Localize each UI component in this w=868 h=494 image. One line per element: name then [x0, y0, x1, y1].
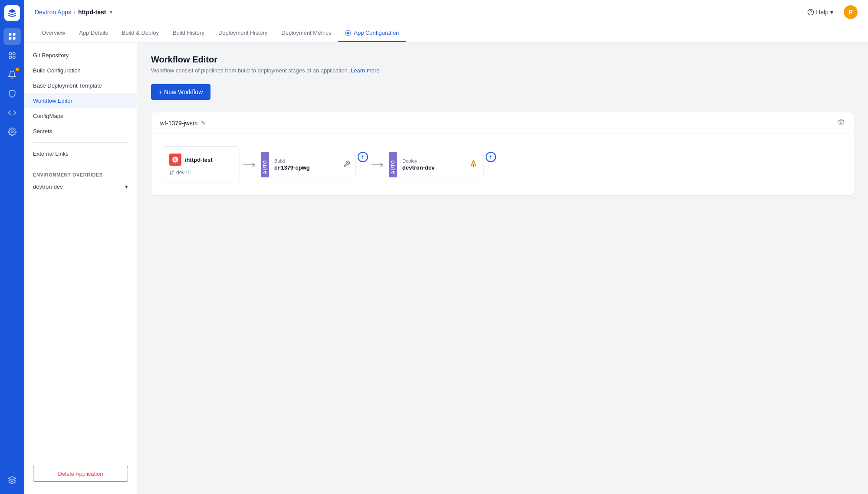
- sidebar-divider: [33, 142, 128, 143]
- help-icon: [807, 9, 814, 16]
- env-overrides-label: ENVIRONMENT OVERRIDES: [24, 169, 137, 179]
- main-content: Workflow Editor Workflow consist of pipe…: [137, 43, 868, 494]
- tab-deployment-metrics[interactable]: Deployment Metrics: [274, 24, 338, 42]
- nav-icon-security[interactable]: [3, 85, 21, 102]
- build-actions: [343, 160, 350, 169]
- svg-point-18: [473, 162, 474, 164]
- tab-overview[interactable]: Overview: [35, 24, 72, 42]
- gear-icon: [345, 30, 351, 36]
- branch-name: dev: [176, 170, 184, 176]
- app-logo[interactable]: [4, 5, 20, 21]
- svg-rect-2: [9, 37, 12, 40]
- nav-icon-settings[interactable]: [3, 123, 21, 141]
- page-subtitle: Workflow consist of pipelines from build…: [151, 67, 854, 74]
- source-to-build-arrow: [240, 161, 261, 168]
- content-area: Git Repository Build Configuration Base …: [24, 43, 868, 494]
- user-avatar[interactable]: P: [844, 5, 858, 19]
- svg-point-14: [173, 170, 174, 172]
- svg-rect-4: [9, 52, 11, 55]
- build-auto-label: AUTO: [261, 152, 269, 177]
- svg-rect-5: [13, 52, 15, 55]
- new-workflow-button[interactable]: + New Workflow: [151, 84, 210, 100]
- sidebar-item-base-deployment-template[interactable]: Base Deployment Template: [24, 78, 137, 93]
- build-add-button[interactable]: +: [358, 152, 368, 162]
- sidebar-item-workflow-editor[interactable]: Workflow Editor: [24, 93, 137, 108]
- tab-build-history[interactable]: Build History: [166, 24, 211, 42]
- build-node[interactable]: Build ci-1379-cpwg: [269, 152, 356, 177]
- page-title: Workflow Editor: [151, 55, 854, 65]
- breadcrumb-parent[interactable]: Devtron Apps: [35, 9, 71, 16]
- nav-icon-dashboard[interactable]: [3, 28, 21, 45]
- git-source-icon: [169, 154, 181, 166]
- svg-rect-0: [9, 33, 12, 36]
- source-header: /httpd-test: [169, 154, 233, 166]
- build-stage-container: AUTO Build ci-1379-cpwg: [261, 152, 368, 177]
- source-node[interactable]: /httpd-test dev ⓘ: [162, 146, 240, 183]
- sidebar-item-configmaps[interactable]: ConfigMaps: [24, 108, 137, 124]
- workflow-name-text: wf-1379-jwsm: [160, 120, 197, 127]
- sidebar-item-build-configuration[interactable]: Build Configuration: [24, 63, 137, 78]
- help-button[interactable]: Help ▾: [804, 6, 837, 18]
- tab-app-configuration[interactable]: App Configuration: [338, 24, 406, 42]
- breadcrumb-current-app: httpd-test: [78, 9, 106, 16]
- nav-icon-code[interactable]: [3, 104, 21, 121]
- svg-point-15: [170, 173, 171, 174]
- svg-rect-1: [13, 33, 16, 36]
- source-repo-name: /httpd-test: [185, 157, 213, 163]
- workflow-card: wf-1379-jwsm ✎ /h: [151, 112, 854, 196]
- learn-more-link[interactable]: Learn more: [351, 67, 379, 74]
- main-container: Devtron Apps / httpd-test ▾ Help ▾ P Ove…: [24, 0, 868, 494]
- deploy-stage-label: Deploy: [402, 158, 465, 164]
- help-chevron-icon: ▾: [830, 9, 833, 16]
- tab-build-deploy[interactable]: Build & Deploy: [115, 24, 166, 42]
- deploy-actions: [469, 159, 478, 170]
- breadcrumb: Devtron Apps / httpd-test ▾: [35, 9, 804, 16]
- build-info: Build ci-1379-cpwg: [274, 158, 340, 171]
- deploy-auto-label: AUTO: [389, 152, 397, 177]
- topbar: Devtron Apps / httpd-test ▾ Help ▾ P: [24, 0, 868, 24]
- sidebar: Git Repository Build Configuration Base …: [24, 43, 137, 494]
- tab-nav: Overview App Details Build & Deploy Buil…: [24, 24, 868, 43]
- sidebar-item-external-links[interactable]: External Links: [24, 146, 137, 161]
- nav-icon-notifications[interactable]: [3, 66, 21, 83]
- svg-point-8: [11, 131, 13, 133]
- svg-rect-7: [13, 56, 15, 59]
- pipeline-area: /httpd-test dev ⓘ AUTO: [151, 134, 854, 195]
- breadcrumb-separator: /: [74, 9, 76, 16]
- branch-icon: [169, 170, 174, 175]
- topbar-right: Help ▾ P: [804, 5, 858, 19]
- sidebar-env-devtron-dev[interactable]: devtron-dev ▾: [24, 179, 137, 194]
- workflow-delete-icon[interactable]: [837, 118, 845, 128]
- deploy-add-button[interactable]: +: [486, 152, 496, 162]
- nav-icon-apps[interactable]: [3, 47, 21, 64]
- build-pipeline-name: ci-1379-cpwg: [274, 164, 340, 171]
- deploy-stage-container: AUTO Deploy devtron-dev: [389, 152, 496, 177]
- svg-rect-6: [9, 56, 11, 59]
- icon-nav: [0, 0, 24, 494]
- source-branch: dev ⓘ: [169, 169, 233, 176]
- workflow-edit-icon[interactable]: ✎: [201, 120, 206, 126]
- svg-point-12: [347, 32, 349, 34]
- branch-info-icon[interactable]: ⓘ: [186, 169, 191, 176]
- tab-app-configuration-label: App Configuration: [354, 29, 399, 36]
- delete-application-button[interactable]: Delete Application: [33, 466, 128, 482]
- breadcrumb-chevron-icon[interactable]: ▾: [110, 9, 112, 15]
- sidebar-item-git-repository[interactable]: Git Repository: [24, 48, 137, 63]
- tab-app-details[interactable]: App Details: [72, 24, 115, 42]
- sidebar-item-secrets[interactable]: Secrets: [24, 124, 137, 139]
- workflow-header: wf-1379-jwsm ✎: [151, 112, 854, 134]
- build-tools-icon[interactable]: [343, 160, 350, 169]
- tab-deployment-history[interactable]: Deployment History: [211, 24, 274, 42]
- svg-marker-9: [9, 477, 16, 480]
- deploy-info: Deploy devtron-dev: [402, 158, 465, 171]
- notification-badge: [16, 68, 19, 71]
- deploy-node[interactable]: Deploy devtron-dev: [397, 152, 484, 177]
- nav-icon-layers[interactable]: [3, 471, 21, 489]
- env-item-label: devtron-dev: [33, 183, 63, 190]
- deploy-env-name: devtron-dev: [402, 164, 465, 171]
- svg-rect-3: [13, 37, 16, 40]
- rocket-icon[interactable]: [469, 159, 478, 170]
- sidebar-spacer: [24, 194, 137, 459]
- workflow-name: wf-1379-jwsm ✎: [160, 120, 206, 127]
- build-to-deploy-arrow: [368, 161, 389, 168]
